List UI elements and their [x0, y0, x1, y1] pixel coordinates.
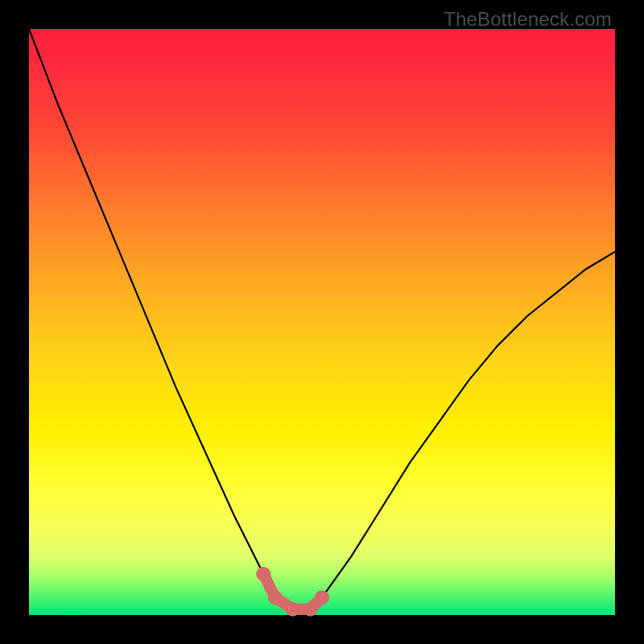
plot-area	[29, 29, 615, 615]
optimal-range-dot	[315, 590, 329, 605]
optimal-range-dot	[268, 590, 283, 605]
bottleneck-curve	[29, 29, 615, 609]
curve-svg	[29, 29, 615, 615]
optimal-range-dot	[286, 602, 300, 617]
outer-frame: TheBottleneck.com	[0, 0, 644, 644]
watermark-text: TheBottleneck.com	[444, 8, 612, 31]
optimal-range-dot	[303, 602, 317, 617]
optimal-range-dot	[256, 567, 270, 581]
